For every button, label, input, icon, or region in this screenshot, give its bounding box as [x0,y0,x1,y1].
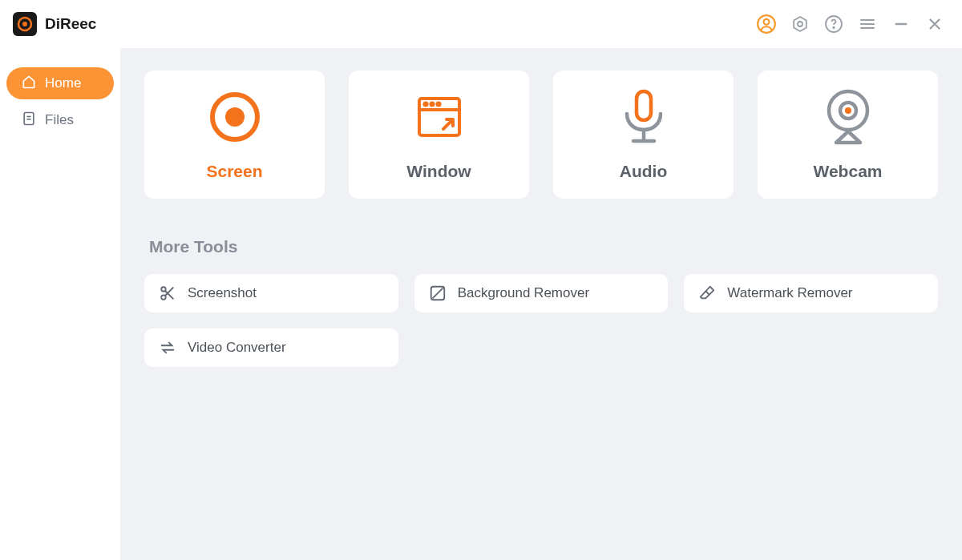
help-icon[interactable] [823,13,845,35]
svg-point-5 [798,22,802,26]
svg-point-7 [833,27,835,29]
svg-point-3 [764,19,770,25]
tool-label: Watermark Remover [727,285,852,301]
sidebar-item-label: Home [45,75,81,91]
menu-icon[interactable] [856,13,879,35]
card-label: Audio [620,162,667,181]
card-audio[interactable]: Audio [553,71,734,199]
convert-icon [159,339,176,357]
sidebar-item-files[interactable]: Files [6,104,114,136]
recording-modes: Screen Window Audio Webcam [144,71,938,199]
tool-label: Video Converter [188,340,286,356]
tool-video-converter[interactable]: Video Converter [144,328,398,367]
webcam-icon [820,88,876,146]
card-label: Window [406,162,471,181]
tool-label: Screenshot [188,285,257,301]
tool-empty [414,328,669,367]
tool-empty [684,328,938,367]
scissors-icon [159,284,176,302]
tool-screenshot[interactable]: Screenshot [144,274,398,312]
account-icon[interactable] [755,13,778,35]
svg-point-22 [430,103,433,105]
home-icon [21,74,37,94]
titlebar-left: DiReec [13,12,96,36]
svg-rect-24 [637,91,651,120]
svg-point-23 [437,103,439,105]
svg-point-30 [161,287,166,292]
tool-label: Background Remover [458,285,589,301]
svg-point-29 [845,107,851,114]
svg-line-35 [432,288,443,299]
app-logo-icon [13,12,37,36]
screen-record-icon [206,88,264,146]
window-icon [413,88,466,146]
svg-point-18 [225,107,245,127]
minimize-icon[interactable] [890,13,912,35]
sidebar-item-home[interactable]: Home [6,67,114,99]
card-label: Screen [206,162,262,181]
svg-point-21 [424,103,426,105]
sidebar-item-label: Files [45,112,74,128]
more-tools-title: More Tools [149,237,938,256]
svg-line-36 [705,291,709,295]
audio-icon [616,88,672,146]
svg-point-31 [161,295,166,300]
layout: Home Files Screen Window [0,48,962,560]
sidebar: Home Files [0,48,120,560]
eraser-icon [698,284,716,302]
settings-icon[interactable] [789,13,811,35]
files-icon [21,111,37,131]
tool-background-remover[interactable]: Background Remover [414,274,669,312]
titlebar-right [755,13,946,35]
background-remover-icon [429,284,447,302]
tool-watermark-remover[interactable]: Watermark Remover [684,274,938,312]
more-tools: Screenshot Background Remover Watermark … [144,274,938,367]
card-window[interactable]: Window [349,71,529,199]
svg-point-1 [22,22,27,26]
card-screen[interactable]: Screen [144,71,325,199]
card-label: Webcam [814,162,883,181]
close-icon[interactable] [924,13,946,35]
titlebar: DiReec [0,0,962,48]
app-title: DiReec [45,15,96,33]
card-webcam[interactable]: Webcam [758,71,938,199]
svg-marker-4 [794,17,806,31]
main: Screen Window Audio Webcam Mor [120,48,962,560]
